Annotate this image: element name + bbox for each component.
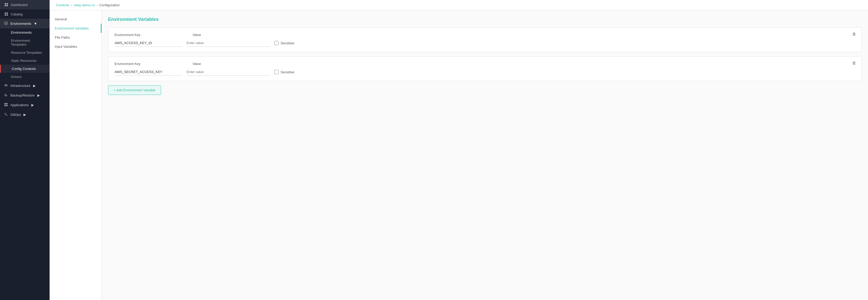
env-card-header-2: Environment Key Value — [115, 62, 855, 66]
sidebar-item-catalog[interactable]: Catalog — [0, 9, 50, 19]
svg-point-5 — [5, 23, 6, 24]
grid-icon — [4, 3, 8, 7]
catalog-icon — [4, 12, 8, 16]
delete-button-2[interactable]: 🗑 — [851, 60, 857, 67]
sidebar-sub-static-resources[interactable]: Static Resources — [0, 57, 50, 65]
sensitive-label-2: Sensitive — [281, 70, 294, 74]
env-value-input-1[interactable] — [187, 39, 270, 47]
breadcrumb-current: Configuration — [99, 3, 120, 7]
sidebar-sub-label-env-templates: Environment Templates — [11, 39, 30, 46]
sidebar: Dashboard Catalog Environments ▼ Environ… — [0, 0, 50, 300]
env-value-label-2: Value — [193, 62, 201, 66]
breadcrumb-sep2: › — [97, 3, 98, 7]
sidebar-label-catalog: Catalog — [11, 12, 23, 16]
sidebar-sub-label-static-resources: Static Resources — [11, 59, 36, 63]
svg-rect-11 — [6, 103, 7, 104]
sidebar-label-infrastructure: Infrastructure — [10, 84, 31, 88]
left-nav-env-variables[interactable]: Environment Variables — [50, 24, 101, 33]
content-area: General Environment Variables File Paths… — [50, 10, 868, 300]
main-content: Contexts › rafay-demo-cc › Configuration… — [50, 0, 868, 300]
env-value-input-2[interactable] — [187, 68, 270, 76]
infrastructure-icon — [4, 84, 8, 88]
env-key-input-2[interactable] — [115, 68, 182, 76]
chevron-right-icon2: ▶ — [37, 93, 40, 97]
svg-rect-13 — [6, 105, 7, 106]
breadcrumb: Contexts › rafay-demo-cc › Configuration — [50, 0, 868, 10]
svg-point-15 — [6, 114, 7, 115]
applications-icon — [4, 103, 8, 107]
env-card-row-1: Sensitive — [115, 39, 855, 47]
sidebar-item-gitops[interactable]: GitOps ▶ — [0, 110, 50, 120]
svg-rect-1 — [6, 12, 8, 14]
left-nav-label-input-variables: Input Variables — [55, 44, 77, 48]
backup-icon — [4, 93, 8, 98]
env-key-label-2: Environment Key — [115, 62, 141, 66]
env-var-card-2: 🗑 Environment Key Value Sensitive — [108, 56, 862, 81]
sidebar-item-environments[interactable]: Environments ▼ — [0, 19, 50, 28]
left-nav-input-variables[interactable]: Input Variables — [50, 42, 101, 51]
svg-rect-0 — [5, 12, 6, 14]
left-nav-label-general: General — [55, 17, 67, 21]
sensitive-checkbox-1[interactable] — [274, 41, 278, 45]
sidebar-item-dashboard[interactable]: Dashboard — [0, 0, 50, 9]
chevron-right-icon3: ▶ — [31, 103, 34, 107]
sidebar-label-dashboard: Dashboard — [11, 3, 28, 7]
svg-rect-12 — [4, 105, 6, 106]
env-card-row-2: Sensitive — [115, 68, 855, 76]
sidebar-sub-drivers[interactable]: Drivers — [0, 73, 50, 81]
breadcrumb-contexts[interactable]: Contexts — [56, 3, 69, 7]
sidebar-label-applications: Applications — [10, 103, 29, 107]
chevron-down-icon: ▼ — [34, 22, 37, 26]
sidebar-item-infrastructure[interactable]: Infrastructure ▶ — [0, 81, 50, 91]
svg-rect-2 — [5, 14, 6, 15]
svg-point-9 — [5, 86, 5, 86]
sidebar-sub-resource-templates[interactable]: Resource Templates — [0, 48, 50, 57]
sidebar-label-backup: Backup/Restore — [10, 93, 35, 97]
sidebar-sub-label-config-contexts: Config Contexts — [12, 67, 36, 71]
left-nav-label-env-variables: Environment Variables — [55, 26, 89, 30]
delete-button-1[interactable]: 🗑 — [851, 31, 857, 38]
sidebar-item-applications[interactable]: Applications ▶ — [0, 100, 50, 110]
environments-icon — [4, 22, 8, 26]
add-env-variable-label: + Add Environment Variable — [114, 88, 156, 92]
sensitive-checkbox-2[interactable] — [274, 70, 278, 74]
left-nav-file-paths[interactable]: File Paths — [50, 33, 101, 42]
left-nav-label-file-paths: File Paths — [55, 35, 70, 39]
sensitive-wrapper-1: Sensitive — [274, 41, 294, 45]
add-env-variable-button[interactable]: + Add Environment Variable — [108, 85, 161, 95]
sidebar-sub-label-resource-templates: Resource Templates — [11, 51, 42, 55]
env-card-header-1: Environment Key Value — [115, 33, 855, 37]
chevron-right-icon: ▶ — [33, 84, 36, 88]
sidebar-item-backup[interactable]: Backup/Restore ▶ — [0, 91, 50, 100]
env-key-input-1[interactable] — [115, 39, 182, 47]
sidebar-label-gitops: GitOps — [10, 113, 21, 116]
sidebar-sub-environments[interactable]: Environments — [0, 28, 50, 36]
sensitive-wrapper-2: Sensitive — [274, 70, 294, 74]
sidebar-sub-label-environments: Environments — [11, 31, 32, 34]
section-title: Environment Variables — [108, 17, 862, 22]
env-key-label-1: Environment Key — [115, 33, 141, 37]
svg-rect-3 — [6, 14, 8, 15]
svg-rect-10 — [4, 103, 6, 104]
right-panel: Environment Variables 🗑 Environment Key … — [102, 10, 868, 300]
env-var-card-1: 🗑 Environment Key Value Sensitive — [108, 27, 862, 52]
left-navigation: General Environment Variables File Paths… — [50, 10, 102, 300]
sidebar-label-environments: Environments — [10, 22, 31, 26]
chevron-right-icon4: ▶ — [24, 113, 26, 116]
sidebar-sub-label-drivers: Drivers — [11, 75, 22, 79]
breadcrumb-sep1: › — [71, 3, 72, 7]
left-nav-general[interactable]: General — [50, 14, 101, 24]
sidebar-sub-config-contexts[interactable]: Config Contexts — [0, 65, 50, 73]
sensitive-label-1: Sensitive — [281, 41, 294, 45]
env-value-label-1: Value — [193, 33, 201, 37]
sidebar-sub-env-templates[interactable]: Environment Templates — [0, 36, 50, 48]
breadcrumb-project[interactable]: rafay-demo-cc — [73, 3, 95, 7]
gitops-icon — [4, 112, 8, 117]
svg-point-14 — [5, 113, 6, 114]
svg-point-8 — [5, 85, 5, 85]
